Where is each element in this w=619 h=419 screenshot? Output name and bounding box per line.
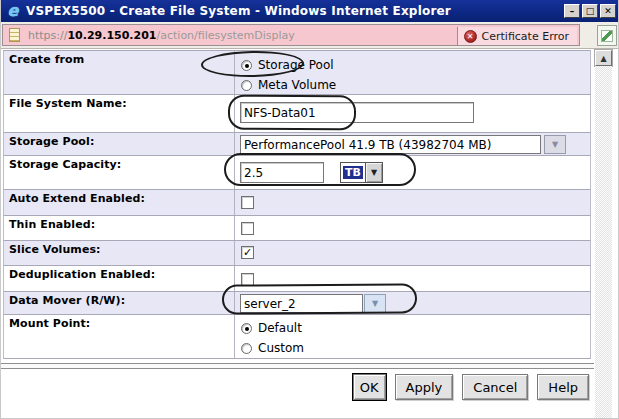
storage-pool-label: Storage Pool:	[9, 135, 94, 148]
auto-extend-checkbox[interactable]	[241, 196, 254, 209]
file-system-name-input[interactable]	[240, 102, 474, 123]
thin-enabled-checkbox[interactable]	[241, 222, 254, 235]
capacity-unit-dropdown-arrow-icon[interactable]: ▼	[365, 163, 382, 182]
internet-explorer-icon: e	[5, 3, 21, 19]
default-radio-icon[interactable]	[241, 323, 252, 334]
slice-volumes-checkbox[interactable]: ✓	[241, 246, 254, 259]
page-icon	[9, 28, 20, 42]
data-mover-select[interactable]: server_2	[240, 294, 363, 313]
storage-capacity-label: Storage Capacity:	[9, 158, 121, 171]
url-field[interactable]: https://10.29.150.201/action/filesystemD…	[2, 24, 580, 46]
checkmark-icon: ✓	[243, 247, 252, 258]
page-zoom-button[interactable]	[597, 25, 617, 46]
cancel-button[interactable]: Cancel	[462, 374, 528, 400]
storage-pool-radio-option[interactable]: Storage Pool	[241, 58, 334, 72]
auto-extend-label: Auto Extend Enabled:	[9, 192, 145, 205]
deduplication-label: Deduplication Enabled:	[9, 268, 155, 281]
url-text: https://10.29.150.201/action/filesystemD…	[28, 29, 295, 42]
row-data-mover: Data Mover (R/W): server_2 ▼	[3, 292, 591, 315]
meta-volume-radio-icon[interactable]	[241, 80, 252, 91]
minimize-button[interactable]: –	[564, 4, 580, 18]
deduplication-checkbox[interactable]	[241, 273, 254, 286]
help-button[interactable]: Help	[537, 374, 589, 400]
storage-pool-radio-label: Storage Pool	[258, 58, 334, 72]
close-button[interactable]: ✕	[600, 4, 616, 18]
row-create-from: Create from Storage Pool Meta Volume	[3, 50, 591, 95]
create-from-label: Create from	[9, 53, 84, 66]
browser-window: e VSPEX5500 - Create File System - Windo…	[0, 0, 619, 419]
vertical-scrollbar[interactable]: ▲	[595, 50, 612, 419]
certificate-error-icon: ✕	[464, 30, 477, 43]
default-radio-option[interactable]: Default	[241, 321, 302, 335]
data-mover-label: Data Mover (R/W):	[9, 294, 125, 307]
custom-radio-label: Custom	[258, 341, 304, 355]
row-storage-capacity: Storage Capacity: TB ▼	[3, 156, 591, 190]
slice-volumes-label: Slice Volumes:	[9, 243, 101, 256]
url-protocol: https://	[28, 29, 67, 42]
certificate-error-chip[interactable]: ✕ Certificate Error	[457, 27, 577, 45]
capacity-unit-select[interactable]: TB ▼	[340, 162, 383, 183]
ok-button[interactable]: OK	[353, 374, 386, 400]
window-controls: – □ ✕	[564, 4, 616, 18]
apply-button[interactable]: Apply	[395, 374, 454, 400]
custom-radio-icon[interactable]	[241, 343, 252, 354]
capacity-unit-text: TB	[343, 166, 363, 179]
row-slice-volumes: Slice Volumes: ✓	[3, 241, 591, 266]
capacity-unit-value: TB	[341, 163, 365, 182]
thin-enabled-label: Thin Enabled:	[9, 218, 95, 231]
storage-pool-dropdown-arrow-icon[interactable]: ▼	[544, 135, 566, 154]
certificate-error-label: Certificate Error	[482, 30, 569, 43]
default-radio-label: Default	[258, 321, 302, 335]
meta-volume-radio-option[interactable]: Meta Volume	[241, 78, 336, 92]
action-button-row: OK Apply Cancel Help	[3, 374, 589, 400]
storage-capacity-input[interactable]	[240, 162, 324, 183]
page-zoom-icon	[601, 30, 613, 42]
meta-volume-radio-label: Meta Volume	[258, 78, 336, 92]
storage-pool-select[interactable]: PerformancePool 41.9 TB (43982704 MB)	[240, 135, 541, 154]
row-file-system-name: File System Name:	[3, 95, 591, 133]
scrollbar-track[interactable]	[595, 66, 612, 419]
address-bar: https://10.29.150.201/action/filesystemD…	[1, 22, 619, 49]
mount-point-label: Mount Point:	[9, 317, 90, 330]
custom-radio-option[interactable]: Custom	[241, 341, 304, 355]
maximize-button[interactable]: □	[582, 4, 598, 18]
row-storage-pool: Storage Pool: PerformancePool 41.9 TB (4…	[3, 133, 591, 156]
row-thin-enabled: Thin Enabled:	[3, 216, 591, 241]
footer-separator	[1, 363, 594, 369]
storage-pool-radio-icon[interactable]	[241, 60, 252, 71]
data-mover-dropdown-arrow-icon[interactable]: ▼	[364, 294, 386, 313]
row-deduplication: Deduplication Enabled:	[3, 266, 591, 292]
scroll-up-arrow-icon[interactable]: ▲	[595, 50, 612, 66]
title-bar: e VSPEX5500 - Create File System - Windo…	[1, 0, 619, 22]
window-title: VSPEX5500 - Create File System - Windows…	[26, 4, 451, 18]
url-path: /action/filesystemDisplay	[157, 29, 295, 42]
row-auto-extend: Auto Extend Enabled:	[3, 190, 591, 216]
file-system-name-label: File System Name:	[9, 97, 127, 110]
url-host: 10.29.150.201	[67, 29, 156, 42]
row-mount-point: Mount Point: Default Custom	[3, 315, 591, 359]
